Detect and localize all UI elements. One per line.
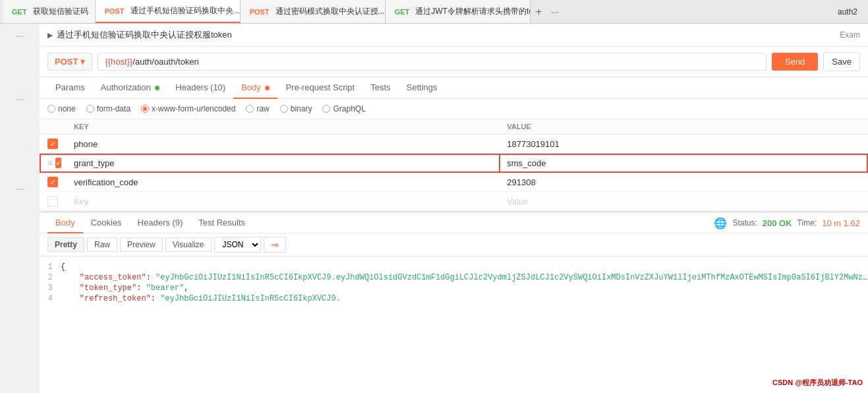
- sidebar-dot-3[interactable]: ···: [16, 183, 24, 194]
- tab-label-post1: 通过手机短信验证码换取中央...: [130, 5, 240, 16]
- line-content-1: {: [61, 262, 65, 272]
- format-select[interactable]: JSON: [214, 237, 261, 253]
- row4-value-placeholder[interactable]: Value: [499, 192, 868, 211]
- request-title: 通过手机短信验证码换取中央认证授权服token: [57, 29, 232, 41]
- tab-auth2[interactable]: auth2: [830, 7, 865, 16]
- view-raw-button[interactable]: Raw: [87, 237, 117, 252]
- radio-formdata-label: form-data: [97, 104, 130, 113]
- tab-method-get2: GET: [392, 7, 413, 16]
- row4-key-placeholder[interactable]: Key: [66, 192, 499, 211]
- row1-checkbox[interactable]: ✓: [47, 138, 58, 149]
- row3-checkbox[interactable]: ✓: [47, 177, 58, 187]
- row2-checkbox[interactable]: ✓: [55, 158, 61, 168]
- row1-check-icon: ✓: [50, 140, 56, 148]
- radio-raw[interactable]: raw: [246, 104, 269, 113]
- tab-get-jwt[interactable]: GET 通过JWT令牌解析请求头携带的to...: [386, 0, 531, 23]
- radio-graphql-label: GraphQL: [333, 104, 365, 113]
- time-value: 10 m 1.62: [822, 218, 860, 228]
- time-label: Time:: [797, 218, 817, 227]
- radio-none-circle: [47, 105, 55, 113]
- save-button[interactable]: Save: [823, 52, 860, 71]
- response-tabs: Body Cookies Headers (9) Test Results 🌐 …: [40, 213, 868, 233]
- request-title-bar: ▶ 通过手机短信验证码换取中央认证授权服token Exam: [40, 24, 868, 47]
- collapse-arrow-icon[interactable]: ▶: [47, 31, 53, 40]
- drag-handle-icon[interactable]: ≡: [47, 158, 53, 168]
- tab-more-button[interactable]: ···: [547, 7, 563, 17]
- row2-value[interactable]: sms_code: [499, 154, 868, 173]
- tab-label-get: 获取短信验证码: [33, 6, 88, 17]
- sidebar-dot-2[interactable]: ···: [16, 94, 24, 104]
- view-visualize-button[interactable]: Visualize: [165, 237, 212, 252]
- radio-raw-label: raw: [256, 104, 269, 113]
- tab-post-password[interactable]: POST 通过密码模式换取中央认证授... ✕: [241, 0, 386, 23]
- tab-bar: GET 获取短信验证码 POST 通过手机短信验证码换取中央... ✕ POST…: [0, 0, 868, 24]
- table-row-placeholder: Key Value: [40, 192, 868, 211]
- line-num-3: 3: [40, 284, 61, 293]
- row1-value[interactable]: 18773019101: [499, 135, 868, 154]
- row3-check-icon: ✓: [50, 178, 56, 187]
- view-pretty-button[interactable]: Pretty: [47, 237, 84, 252]
- tab-add-button[interactable]: +: [531, 6, 547, 18]
- tab-headers[interactable]: Headers (10): [167, 77, 233, 99]
- radio-none[interactable]: none: [47, 104, 76, 113]
- tab-post-sms-exchange[interactable]: POST 通过手机短信验证码换取中央... ✕: [96, 0, 241, 23]
- row2-key[interactable]: grant_type: [66, 154, 499, 173]
- wrap-button[interactable]: ⇒: [264, 237, 286, 253]
- upper-section: ▶ 通过手机短信验证码换取中央认证授权服token Exam POST ▾ {{…: [40, 24, 868, 119]
- radio-none-label: none: [58, 104, 76, 113]
- radio-urlencoded[interactable]: x-www-form-urlencoded: [141, 104, 235, 113]
- row4-checkbox[interactable]: [47, 196, 58, 206]
- response-tab-cookies[interactable]: Cookies: [83, 213, 130, 233]
- response-body: 1 { 2 "access_token": "eyJhbGciOiJIUzI1N…: [40, 257, 868, 393]
- radio-urlencoded-label: x-www-form-urlencoded: [152, 104, 235, 113]
- table-row: ✓ phone 18773019101: [40, 135, 868, 154]
- method-value: POST: [55, 57, 78, 67]
- sidebar-dot-1[interactable]: ···: [16, 30, 24, 41]
- tab-method-post2: POST: [247, 7, 272, 16]
- status-value: 200 OK: [763, 218, 792, 228]
- code-line-4: 4 "refresh_token": "eyJhbGciOiJIUzI1NiIs…: [40, 293, 868, 304]
- row2-check-icon: ✓: [55, 159, 61, 167]
- line-num-4: 4: [40, 294, 61, 303]
- table-row: ✓ verification_code 291308: [40, 173, 868, 192]
- url-bar: POST ▾ {{host}}/auth/oauth/token Send Sa…: [40, 47, 868, 77]
- response-tab-test-results[interactable]: Test Results: [190, 213, 253, 233]
- row3-value[interactable]: 291308: [499, 173, 868, 192]
- row1-key[interactable]: phone: [66, 135, 499, 154]
- radio-graphql[interactable]: GraphQL: [322, 104, 365, 113]
- authorization-dot-icon: [155, 86, 159, 90]
- tab-get-sms[interactable]: GET 获取短信验证码: [3, 0, 96, 23]
- body-dot-icon: [265, 86, 270, 90]
- send-button[interactable]: Send: [772, 53, 818, 71]
- url-display[interactable]: {{host}}/auth/oauth/token: [98, 53, 767, 71]
- method-select[interactable]: POST ▾: [47, 53, 92, 71]
- row3-key[interactable]: verification_code: [66, 173, 499, 192]
- globe-icon[interactable]: 🌐: [714, 217, 727, 229]
- example-label: Exam: [840, 30, 860, 40]
- radio-binary[interactable]: binary: [280, 104, 312, 113]
- content-wrapper: ▶ 通过手机短信验证码换取中央认证授权服token Exam POST ▾ {{…: [40, 24, 868, 393]
- line-num-2: 2: [40, 273, 61, 282]
- method-dropdown-icon: ▾: [80, 57, 85, 67]
- response-tab-body[interactable]: Body: [47, 213, 83, 233]
- tab-tests[interactable]: Tests: [362, 77, 398, 99]
- col-value-header: VALUE: [499, 119, 868, 135]
- radio-urlencoded-dot: [143, 107, 147, 111]
- tab-params[interactable]: Params: [47, 77, 93, 99]
- radio-form-data[interactable]: form-data: [86, 104, 130, 113]
- status-label: Status:: [732, 218, 757, 227]
- url-path: /auth/oauth/token: [132, 57, 198, 67]
- tab-pre-request[interactable]: Pre-request Script: [277, 77, 362, 99]
- code-line-3: 3 "token_type": "bearer",: [40, 283, 868, 293]
- tab-authorization[interactable]: Authorization: [93, 77, 168, 99]
- body-type-bar: none form-data x-www-form-urlencoded raw: [40, 99, 868, 119]
- tab-body[interactable]: Body: [233, 77, 277, 99]
- response-tab-headers[interactable]: Headers (9): [130, 213, 191, 233]
- row4-check-cell: [40, 192, 66, 211]
- row3-check-cell: ✓: [40, 173, 66, 192]
- line-num-1: 1: [40, 262, 61, 272]
- table-section: KEY VALUE ✓ phone 18773019101: [40, 119, 868, 211]
- tab-settings[interactable]: Settings: [399, 77, 446, 99]
- tab-method-get: GET: [9, 7, 30, 16]
- view-preview-button[interactable]: Preview: [120, 237, 163, 252]
